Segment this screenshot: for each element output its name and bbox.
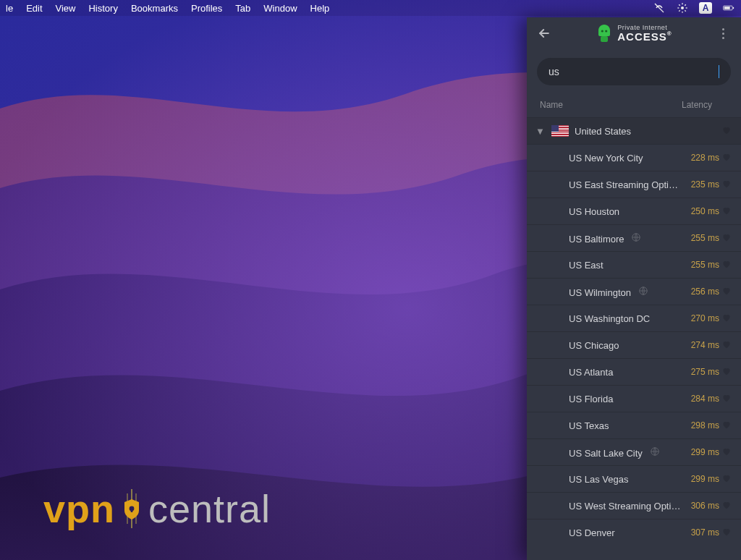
server-name: US Baltimore [569, 232, 682, 245]
svg-point-2 [681, 7, 684, 9]
server-name: US Wilmington [569, 286, 682, 298]
server-row[interactable]: US Chicago274 ms [527, 331, 741, 358]
shield-icon [115, 489, 148, 528]
favorite-icon[interactable] [719, 527, 734, 539]
svg-rect-13 [724, 7, 730, 9]
svg-point-21 [605, 30, 607, 32]
column-headers: Name Latency [527, 96, 741, 117]
server-name: US Las Vegas [569, 474, 682, 485]
server-name: US Washington DC [569, 313, 682, 324]
col-latency[interactable]: Latency [682, 100, 712, 110]
favorite-icon[interactable] [719, 286, 734, 298]
watermark-right: central [148, 486, 271, 531]
input-source-badge[interactable]: A [699, 2, 712, 14]
col-name[interactable]: Name [540, 100, 563, 110]
menu-item[interactable]: Bookmarks [131, 3, 178, 14]
server-latency: 284 ms [682, 394, 719, 404]
search-container [527, 49, 741, 96]
server-row[interactable]: US Florida284 ms [527, 385, 741, 412]
server-row[interactable]: US Wilmington 256 ms [527, 278, 741, 305]
server-row[interactable]: US Atlanta275 ms [527, 358, 741, 385]
menu-item[interactable]: le [6, 3, 13, 14]
server-row[interactable]: US Salt Lake City 299 ms [527, 438, 741, 465]
vpncentral-watermark: vpn central [43, 486, 271, 531]
menu-item[interactable]: History [88, 3, 117, 14]
server-name: US Texas [569, 420, 682, 431]
favorite-icon[interactable] [719, 500, 734, 512]
favorite-icon[interactable] [719, 366, 734, 378]
server-row[interactable]: US New York City228 ms [527, 144, 741, 171]
macos-menubar: le Edit View History Bookmarks Profiles … [0, 0, 741, 16]
favorite-icon[interactable] [719, 393, 734, 405]
svg-rect-18 [131, 509, 133, 512]
server-latency: 255 ms [682, 233, 719, 243]
favorite-icon[interactable] [719, 205, 734, 218]
server-row[interactable]: US East255 ms [527, 251, 741, 278]
server-row[interactable]: US Denver307 ms [527, 519, 741, 546]
server-latency: 275 ms [682, 367, 719, 377]
server-row[interactable]: US Houston250 ms [527, 198, 741, 224]
menubar-left: le Edit View History Bookmarks Profiles … [6, 3, 329, 14]
server-row[interactable]: US Texas298 ms [527, 412, 741, 438]
server-name: US Atlanta [569, 367, 682, 378]
vpn-status-icon[interactable] [653, 1, 666, 14]
us-flag-icon [551, 125, 569, 137]
geo-icon [631, 234, 641, 245]
more-menu-button[interactable] [714, 23, 734, 43]
favorite-icon[interactable] [719, 152, 734, 164]
server-latency: 299 ms [682, 447, 719, 457]
menu-item[interactable]: Edit [26, 3, 42, 14]
geo-icon [650, 448, 660, 459]
svg-line-10 [685, 4, 685, 5]
server-latency: 250 ms [682, 206, 719, 216]
server-name: US New York City [569, 153, 682, 164]
pia-panel: Private Internet ACCESS® Name Latency ▼ … [527, 17, 741, 560]
menu-item[interactable]: Help [310, 3, 330, 14]
server-row[interactable]: US West Streaming Optimi…306 ms [527, 492, 741, 519]
server-name: US East Streaming Optimiz… [569, 179, 682, 190]
server-row[interactable]: US East Streaming Optimiz…235 ms [527, 171, 741, 198]
server-name: US East [569, 260, 682, 271]
svg-rect-19 [601, 36, 608, 42]
chevron-down-icon[interactable]: ▼ [535, 126, 546, 137]
menu-item[interactable]: View [56, 3, 76, 14]
pia-header: Private Internet ACCESS® [527, 17, 741, 49]
server-name: US Denver [569, 527, 682, 538]
server-row[interactable]: US Las Vegas299 ms [527, 465, 741, 492]
group-label: United States [575, 126, 682, 137]
pia-robot-icon [596, 23, 613, 43]
server-list[interactable]: ▼ United States US New York City228 msUS… [527, 117, 741, 560]
server-name: US West Streaming Optimi… [569, 501, 682, 512]
svg-line-8 [685, 10, 685, 11]
favorite-icon[interactable] [719, 232, 734, 245]
menubar-right: A [653, 1, 735, 14]
battery-icon[interactable] [722, 1, 735, 14]
server-row[interactable]: US Baltimore 255 ms [527, 224, 741, 251]
search-input[interactable] [549, 66, 718, 77]
settings-gear-icon[interactable] [676, 1, 689, 14]
menu-item[interactable]: Window [263, 3, 297, 14]
geo-icon [638, 287, 648, 298]
favorite-icon[interactable] [719, 446, 734, 459]
server-name: US Florida [569, 394, 682, 404]
search-field[interactable] [537, 58, 731, 85]
pia-logo: Private Internet ACCESS® [596, 23, 672, 43]
svg-rect-12 [733, 7, 734, 9]
server-group-row[interactable]: ▼ United States [527, 117, 741, 144]
server-latency: 255 ms [682, 260, 719, 270]
back-button[interactable] [534, 23, 554, 43]
text-caret [719, 65, 719, 78]
server-row[interactable]: US Washington DC270 ms [527, 305, 741, 331]
svg-point-20 [601, 30, 604, 32]
server-latency: 228 ms [682, 153, 719, 163]
favorite-icon[interactable] [719, 179, 734, 191]
favorite-icon[interactable] [719, 473, 734, 485]
svg-line-9 [679, 10, 679, 11]
favorite-icon[interactable] [719, 125, 734, 137]
favorite-icon[interactable] [719, 339, 734, 352]
favorite-icon[interactable] [719, 259, 734, 271]
favorite-icon[interactable] [719, 420, 734, 432]
menu-item[interactable]: Tab [235, 3, 250, 14]
favorite-icon[interactable] [719, 313, 734, 325]
menu-item[interactable]: Profiles [191, 3, 222, 14]
